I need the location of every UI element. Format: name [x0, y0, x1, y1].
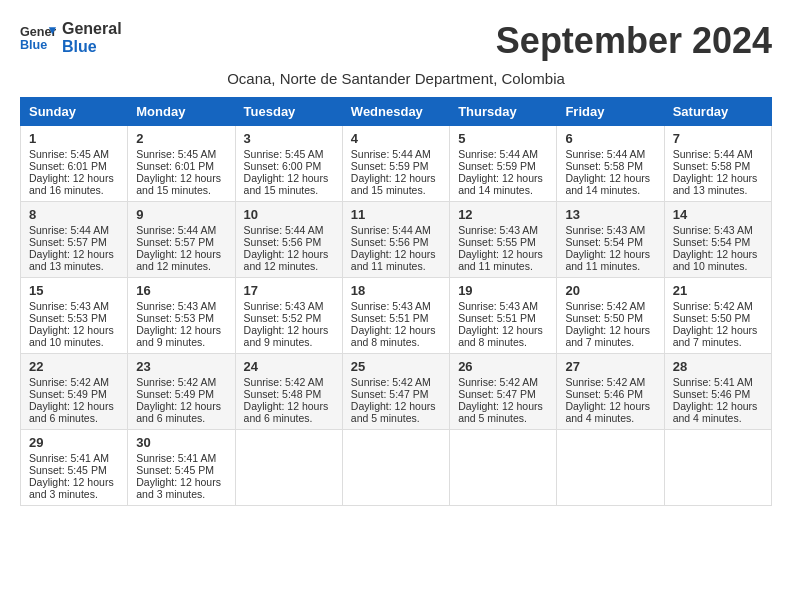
- calendar-day-25: 25Sunrise: 5:42 AMSunset: 5:47 PMDayligh…: [342, 354, 449, 430]
- calendar-day-17: 17Sunrise: 5:43 AMSunset: 5:52 PMDayligh…: [235, 278, 342, 354]
- header-sunday: Sunday: [21, 98, 128, 126]
- svg-text:Blue: Blue: [20, 38, 47, 52]
- calendar-day-27: 27Sunrise: 5:42 AMSunset: 5:46 PMDayligh…: [557, 354, 664, 430]
- calendar-day-4: 4Sunrise: 5:44 AMSunset: 5:59 PMDaylight…: [342, 126, 449, 202]
- logo: General Blue GeneralBlue: [20, 20, 122, 56]
- page-header: General Blue GeneralBlue September 2024: [20, 20, 772, 62]
- calendar-day-10: 10Sunrise: 5:44 AMSunset: 5:56 PMDayligh…: [235, 202, 342, 278]
- calendar-day-28: 28Sunrise: 5:41 AMSunset: 5:46 PMDayligh…: [664, 354, 771, 430]
- calendar-day-21: 21Sunrise: 5:42 AMSunset: 5:50 PMDayligh…: [664, 278, 771, 354]
- calendar-day-12: 12Sunrise: 5:43 AMSunset: 5:55 PMDayligh…: [450, 202, 557, 278]
- calendar-week-4: 22Sunrise: 5:42 AMSunset: 5:49 PMDayligh…: [21, 354, 772, 430]
- calendar-day-23: 23Sunrise: 5:42 AMSunset: 5:49 PMDayligh…: [128, 354, 235, 430]
- calendar-day-30: 30Sunrise: 5:41 AMSunset: 5:45 PMDayligh…: [128, 430, 235, 506]
- calendar-day-11: 11Sunrise: 5:44 AMSunset: 5:56 PMDayligh…: [342, 202, 449, 278]
- calendar-day-9: 9Sunrise: 5:44 AMSunset: 5:57 PMDaylight…: [128, 202, 235, 278]
- calendar-day-19: 19Sunrise: 5:43 AMSunset: 5:51 PMDayligh…: [450, 278, 557, 354]
- calendar-empty: [557, 430, 664, 506]
- month-title: September 2024: [496, 20, 772, 62]
- calendar-day-29: 29Sunrise: 5:41 AMSunset: 5:45 PMDayligh…: [21, 430, 128, 506]
- calendar-day-7: 7Sunrise: 5:44 AMSunset: 5:58 PMDaylight…: [664, 126, 771, 202]
- calendar-day-3: 3Sunrise: 5:45 AMSunset: 6:00 PMDaylight…: [235, 126, 342, 202]
- calendar-day-13: 13Sunrise: 5:43 AMSunset: 5:54 PMDayligh…: [557, 202, 664, 278]
- logo-icon: General Blue: [20, 20, 56, 56]
- calendar-day-15: 15Sunrise: 5:43 AMSunset: 5:53 PMDayligh…: [21, 278, 128, 354]
- calendar-header-row: SundayMondayTuesdayWednesdayThursdayFrid…: [21, 98, 772, 126]
- header-saturday: Saturday: [664, 98, 771, 126]
- calendar-day-2: 2Sunrise: 5:45 AMSunset: 6:01 PMDaylight…: [128, 126, 235, 202]
- calendar-week-1: 1Sunrise: 5:45 AMSunset: 6:01 PMDaylight…: [21, 126, 772, 202]
- header-thursday: Thursday: [450, 98, 557, 126]
- calendar-empty: [450, 430, 557, 506]
- calendar-empty: [342, 430, 449, 506]
- calendar-week-5: 29Sunrise: 5:41 AMSunset: 5:45 PMDayligh…: [21, 430, 772, 506]
- calendar-day-18: 18Sunrise: 5:43 AMSunset: 5:51 PMDayligh…: [342, 278, 449, 354]
- calendar-empty: [235, 430, 342, 506]
- header-monday: Monday: [128, 98, 235, 126]
- calendar-day-26: 26Sunrise: 5:42 AMSunset: 5:47 PMDayligh…: [450, 354, 557, 430]
- header-wednesday: Wednesday: [342, 98, 449, 126]
- calendar-day-6: 6Sunrise: 5:44 AMSunset: 5:58 PMDaylight…: [557, 126, 664, 202]
- calendar-day-24: 24Sunrise: 5:42 AMSunset: 5:48 PMDayligh…: [235, 354, 342, 430]
- calendar-day-1: 1Sunrise: 5:45 AMSunset: 6:01 PMDaylight…: [21, 126, 128, 202]
- calendar-table: SundayMondayTuesdayWednesdayThursdayFrid…: [20, 97, 772, 506]
- calendar-week-2: 8Sunrise: 5:44 AMSunset: 5:57 PMDaylight…: [21, 202, 772, 278]
- calendar-day-16: 16Sunrise: 5:43 AMSunset: 5:53 PMDayligh…: [128, 278, 235, 354]
- header-tuesday: Tuesday: [235, 98, 342, 126]
- calendar-day-20: 20Sunrise: 5:42 AMSunset: 5:50 PMDayligh…: [557, 278, 664, 354]
- calendar-day-14: 14Sunrise: 5:43 AMSunset: 5:54 PMDayligh…: [664, 202, 771, 278]
- location-subtitle: Ocana, Norte de Santander Department, Co…: [20, 70, 772, 87]
- calendar-day-8: 8Sunrise: 5:44 AMSunset: 5:57 PMDaylight…: [21, 202, 128, 278]
- calendar-empty: [664, 430, 771, 506]
- header-friday: Friday: [557, 98, 664, 126]
- calendar-day-22: 22Sunrise: 5:42 AMSunset: 5:49 PMDayligh…: [21, 354, 128, 430]
- calendar-day-5: 5Sunrise: 5:44 AMSunset: 5:59 PMDaylight…: [450, 126, 557, 202]
- logo-text: GeneralBlue: [62, 20, 122, 56]
- calendar-week-3: 15Sunrise: 5:43 AMSunset: 5:53 PMDayligh…: [21, 278, 772, 354]
